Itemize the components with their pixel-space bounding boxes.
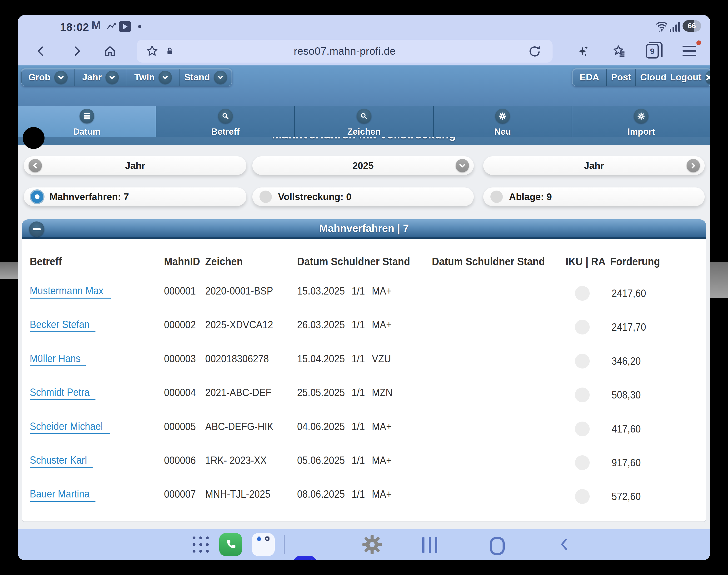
chevron-down-icon[interactable]: [456, 159, 469, 172]
radio-icon[interactable]: [490, 191, 503, 203]
filter-menu-group: Grob Jahr Twin: [21, 68, 232, 87]
mini-app-icon[interactable]: [252, 533, 275, 556]
view-filter-pill[interactable]: Mahnverfahren: 7: [24, 188, 246, 206]
forderung-cell: 508,30: [611, 378, 644, 412]
betreff-link[interactable]: Scheider Michael: [30, 420, 103, 433]
stand-cell: MZN: [372, 376, 394, 409]
browser-toolbar: reso07.mahn-profi.de 9: [18, 37, 710, 65]
signal-icon: [670, 22, 680, 32]
notification-dot-icon: [138, 25, 141, 28]
tab[interactable]: Betreff: [156, 106, 295, 137]
year-select[interactable]: 2025: [252, 156, 474, 175]
betreff-link[interactable]: Becker Stefan: [30, 318, 90, 331]
chevron-down-icon: [159, 71, 172, 84]
header-dropdown[interactable]: Grob: [22, 69, 74, 86]
view-filter-pill[interactable]: Ablage: 9: [483, 188, 705, 206]
iku-ra-toggle[interactable]: [575, 354, 590, 369]
stand-cell: MA+: [372, 443, 394, 477]
tablet-photo: 18:02 M 66: [0, 0, 728, 575]
back-nav-icon[interactable]: [557, 537, 572, 552]
radio-icon[interactable]: [259, 191, 272, 203]
header-dropdown[interactable]: Stand: [179, 69, 232, 86]
menu-icon[interactable]: [682, 43, 697, 59]
mahnid-cell: 000002: [164, 308, 199, 342]
recents-icon[interactable]: [420, 537, 440, 553]
column-header: Datum Schuldner Stand: [297, 248, 421, 274]
url-text[interactable]: reso07.mahn-profi.de: [137, 40, 552, 63]
settings-app-icon[interactable]: [361, 533, 383, 556]
cloud-button[interactable]: Cloud: [635, 69, 671, 86]
radio-icon[interactable]: [31, 191, 43, 203]
home-nav-icon[interactable]: [490, 537, 505, 555]
phone-app-icon[interactable]: [219, 533, 242, 556]
chevron-down-icon: [214, 71, 227, 84]
tab-icon: [634, 109, 648, 124]
tab-bar: Datum: [18, 106, 710, 137]
betreff-link[interactable]: Schuster Karl: [30, 454, 87, 466]
stand-cell: MA+: [372, 274, 394, 308]
forderung-cell: 417,60: [611, 412, 644, 446]
post-button[interactable]: Post: [606, 69, 636, 86]
schuldner-cell: 1/1: [352, 308, 366, 342]
tab-icon: [495, 109, 510, 124]
iku-ra-toggle[interactable]: [575, 455, 590, 470]
gmail-icon: M: [91, 19, 101, 32]
schuldner-cell: 1/1: [352, 410, 366, 443]
tab[interactable]: Import: [572, 106, 710, 137]
back-icon[interactable]: [33, 43, 49, 59]
collapse-button[interactable]: [29, 222, 44, 237]
tab[interactable]: Neu: [434, 106, 572, 137]
header-dropdown[interactable]: Twin: [127, 69, 179, 86]
home-icon[interactable]: [102, 43, 118, 59]
status-bar: 18:02 M 66: [18, 15, 710, 37]
datum-cell: 15.04.2025: [297, 342, 349, 376]
prev-year-pill[interactable]: Jahr: [24, 156, 246, 175]
betreff-link[interactable]: Schmidt Petra: [30, 386, 90, 399]
datum-cell: 08.06.2025: [297, 477, 349, 511]
header-dropdown[interactable]: Jahr: [74, 69, 127, 86]
logout-button[interactable]: Logout: [671, 69, 710, 86]
dock-bar: [18, 529, 710, 560]
video-play-icon: [119, 21, 131, 32]
schuldner-cell: 1/1: [352, 443, 366, 477]
camera-punch-hole: [23, 127, 44, 149]
browser-app-icon[interactable]: [293, 556, 316, 560]
forderung-cell: 2417,70: [611, 310, 650, 344]
iku-ra-toggle[interactable]: [575, 489, 590, 504]
clock: 18:02: [60, 21, 89, 34]
refresh-icon[interactable]: [527, 43, 542, 59]
betreff-link[interactable]: Bauer Martina: [30, 488, 90, 500]
next-year-pill[interactable]: Jahr: [483, 156, 705, 175]
betreff-link[interactable]: Müller Hans: [30, 352, 81, 365]
dock-divider: [284, 535, 285, 554]
forward-icon[interactable]: [69, 43, 84, 59]
view-filter-pill[interactable]: Vollstreckung: 0: [252, 188, 474, 206]
iku-ra-toggle[interactable]: [575, 421, 590, 436]
schuldner-cell: 1/1: [352, 274, 366, 308]
panel-title: Mahnverfahren | 7: [22, 219, 706, 237]
stand-cell: MA+: [372, 308, 394, 342]
mahnid-cell: 000001: [164, 274, 199, 308]
schuldner-cell: 1/1: [352, 376, 366, 409]
app-drawer-icon[interactable]: [189, 533, 212, 556]
forderung-cell: 572,60: [611, 480, 644, 513]
sparkles-icon[interactable]: [575, 43, 591, 59]
zeichen-cell: ABC-DEFG-HIK: [205, 410, 280, 443]
url-bar[interactable]: reso07.mahn-profi.de: [137, 40, 552, 63]
zeichen-cell: 002018306278: [205, 342, 275, 376]
iku-ra-toggle[interactable]: [575, 320, 590, 335]
iku-ra-toggle[interactable]: [575, 387, 590, 402]
chevron-right-icon[interactable]: [687, 159, 700, 172]
table-row: Schuster Karl 000006 1RK- 2023-XX 05.06.…: [22, 443, 706, 477]
bookmarks-icon[interactable]: [611, 43, 627, 59]
action-button-group: EDA Post Cloud Logout: [572, 68, 710, 87]
iku-ra-toggle[interactable]: [575, 286, 590, 301]
tabs-icon[interactable]: 9: [645, 43, 660, 59]
zeichen-cell: 2021-ABC-DEF: [205, 376, 278, 409]
tab[interactable]: Zeichen: [295, 106, 434, 137]
forderung-cell: 2417,60: [611, 276, 650, 310]
column-header: Zeichen: [205, 248, 247, 274]
betreff-link[interactable]: Mustermann Max: [30, 284, 103, 297]
battery-icon: 66: [683, 20, 701, 32]
eda-button[interactable]: EDA: [573, 69, 606, 86]
